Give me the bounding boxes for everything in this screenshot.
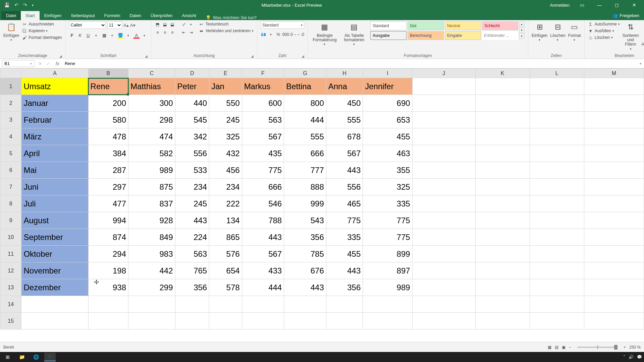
row-header-10[interactable]: 10 <box>0 229 21 246</box>
cell-B3[interactable]: 580 <box>88 112 128 128</box>
cell-G13[interactable]: 443 <box>284 279 326 296</box>
cancel-formula-icon[interactable]: ✕ <box>36 61 44 66</box>
tab-review[interactable]: Überprüfen <box>146 11 177 20</box>
cell-E15[interactable] <box>209 313 242 329</box>
cell-M9[interactable] <box>584 212 644 229</box>
cell-M15[interactable] <box>584 313 644 329</box>
cell-J15[interactable] <box>412 313 475 329</box>
cell-G7[interactable]: 888 <box>284 179 326 195</box>
cell-D15[interactable] <box>175 313 209 329</box>
close-button[interactable]: ✕ <box>629 2 639 8</box>
font-name-select[interactable]: Calibri <box>69 21 106 29</box>
cell-M12[interactable] <box>584 262 644 279</box>
cell-I12[interactable]: 897 <box>363 262 412 279</box>
share-button[interactable]: 👥 Freigeben <box>607 11 644 20</box>
cell-K12[interactable] <box>475 262 530 279</box>
cell-K7[interactable] <box>475 179 530 195</box>
cell-H12[interactable]: 443 <box>326 262 363 279</box>
copy-button[interactable]: ⿻Kopieren▾ <box>22 28 62 34</box>
row-header-1[interactable]: 1 <box>0 78 21 95</box>
percent-icon[interactable]: % <box>275 32 281 38</box>
cell-I2[interactable]: 690 <box>363 95 412 112</box>
cell-D12[interactable]: 765 <box>175 262 209 279</box>
cell-F12[interactable]: 433 <box>242 262 284 279</box>
clear-button[interactable]: ◇Löschen▾ <box>588 35 620 40</box>
cell-D1[interactable]: Peter <box>175 78 209 95</box>
cell-D10[interactable]: 224 <box>175 229 209 246</box>
cut-button[interactable]: ✂Ausschneiden <box>22 21 62 27</box>
cell-J10[interactable] <box>412 229 475 246</box>
cell-A10[interactable]: September <box>21 229 88 246</box>
row-header-5[interactable]: 5 <box>0 145 21 162</box>
cell-A4[interactable]: März <box>21 128 88 145</box>
paste-button[interactable]: 📋 Einfügen ▾ <box>3 21 19 42</box>
cell-G11[interactable]: 785 <box>284 246 326 262</box>
cell-C8[interactable]: 837 <box>128 195 175 212</box>
cell-J2[interactable] <box>412 95 475 112</box>
cell-I9[interactable]: 775 <box>363 212 412 229</box>
cell-K4[interactable] <box>475 128 530 145</box>
column-header-G[interactable]: G <box>284 69 326 78</box>
name-box[interactable]: B1▾ <box>2 60 34 67</box>
row-header-4[interactable]: 4 <box>0 128 21 145</box>
cell-H1[interactable]: Anna <box>326 78 363 95</box>
cell-C15[interactable] <box>128 313 175 329</box>
explorer-icon[interactable]: 📁 <box>16 353 28 361</box>
align-right-icon[interactable]: ≡ <box>169 29 175 36</box>
redo-icon[interactable]: ↷ <box>23 2 27 8</box>
format-painter-button[interactable]: 🖌Format übertragen <box>22 35 62 40</box>
cell-C12[interactable]: 442 <box>128 262 175 279</box>
cell-E12[interactable]: 654 <box>209 262 242 279</box>
cell-D2[interactable]: 440 <box>175 95 209 112</box>
cell-D3[interactable]: 545 <box>175 112 209 128</box>
cell-A9[interactable]: August <box>21 212 88 229</box>
cell-L1[interactable] <box>530 78 584 95</box>
fill-color-button[interactable]: 🪣 <box>117 33 123 38</box>
cell-L14[interactable] <box>530 296 584 313</box>
cell-M13[interactable] <box>584 279 644 296</box>
cell-H13[interactable]: 356 <box>326 279 363 296</box>
column-header-K[interactable]: K <box>475 69 530 78</box>
cell-M8[interactable] <box>584 195 644 212</box>
cell-F3[interactable]: 563 <box>242 112 284 128</box>
cell-B11[interactable]: 294 <box>88 246 128 262</box>
cell-E7[interactable]: 234 <box>209 179 242 195</box>
tray-notifications-icon[interactable]: 💬 <box>637 355 642 359</box>
decimal-dec-icon[interactable]: ←.0 <box>298 32 304 38</box>
cell-E9[interactable]: 134 <box>209 212 242 229</box>
zoom-level[interactable]: 250 % <box>629 345 641 350</box>
cell-G6[interactable]: 777 <box>284 162 326 179</box>
row-header-2[interactable]: 2 <box>0 95 21 112</box>
cell-L15[interactable] <box>530 313 584 329</box>
cell-J12[interactable] <box>412 262 475 279</box>
cell-A2[interactable]: Januar <box>21 95 88 112</box>
cell-D8[interactable]: 245 <box>175 195 209 212</box>
column-header-I[interactable]: I <box>363 69 412 78</box>
minimize-button[interactable]: — <box>594 2 604 8</box>
cell-L12[interactable] <box>530 262 584 279</box>
cell-C7[interactable]: 875 <box>128 179 175 195</box>
cell-A12[interactable]: November <box>21 262 88 279</box>
column-header-H[interactable]: H <box>326 69 363 78</box>
cell-C13[interactable]: 299 <box>128 279 175 296</box>
comma-icon[interactable]: 000 <box>283 32 289 38</box>
cell-A5[interactable]: April <box>21 145 88 162</box>
cell-B15[interactable] <box>88 313 128 329</box>
cell-K15[interactable] <box>475 313 530 329</box>
accept-formula-icon[interactable]: ✓ <box>44 61 52 66</box>
cell-H2[interactable]: 450 <box>326 95 363 112</box>
cell-I8[interactable]: 335 <box>363 195 412 212</box>
style-ausgabe[interactable]: Ausgabe <box>370 31 407 40</box>
cell-I10[interactable]: 775 <box>363 229 412 246</box>
style-eingabe[interactable]: Eingabe <box>445 31 481 40</box>
cell-F4[interactable]: 567 <box>242 128 284 145</box>
cell-E14[interactable] <box>209 296 242 313</box>
cell-L10[interactable] <box>530 229 584 246</box>
tab-data[interactable]: Daten <box>125 11 146 20</box>
dialog-launcher-icon[interactable]: ◢ <box>302 54 304 58</box>
dialog-launcher-icon[interactable]: ◢ <box>145 54 148 58</box>
sort-filter-button[interactable]: ⇅Sortieren und Filtern▾ <box>623 21 639 51</box>
cell-L13[interactable] <box>530 279 584 296</box>
cell-J13[interactable] <box>412 279 475 296</box>
cell-J1[interactable] <box>412 78 475 95</box>
